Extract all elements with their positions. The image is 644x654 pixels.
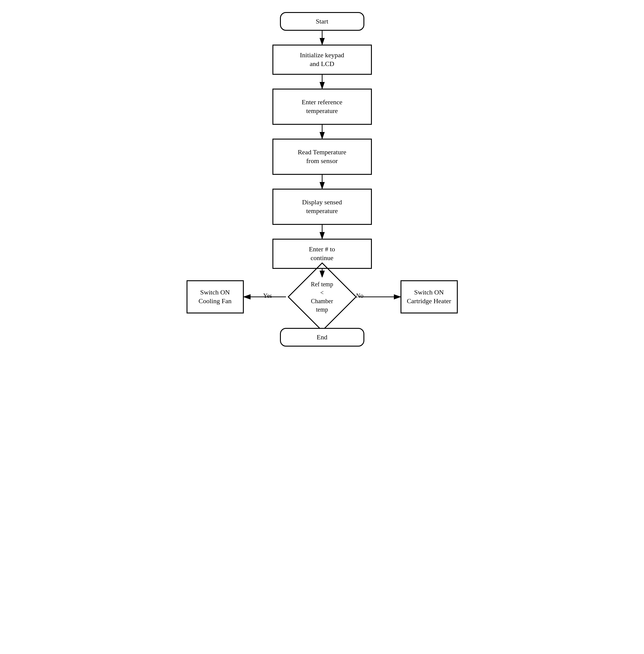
display-temp-box: Display sensedtemperature (272, 189, 372, 225)
enter-hash-label: Enter # tocontinue (309, 245, 335, 262)
cooling-label: Switch ONCooling Fan (199, 288, 231, 305)
heater-box: Switch ONCartridge Heater (400, 280, 458, 313)
init-box: Initialize keypadand LCD (272, 45, 372, 75)
flowchart: Start Initialize keypadand LCD Enter ref… (187, 6, 458, 308)
init-label: Initialize keypadand LCD (300, 51, 344, 68)
enter-ref-label: Enter referencetemperature (302, 98, 342, 115)
decision-diamond: Ref temp<Chambertemp (286, 277, 358, 316)
display-temp-label: Display sensedtemperature (302, 198, 342, 215)
yes-label: Yes (263, 292, 272, 299)
end-label: End (317, 333, 327, 342)
start-label: Start (316, 17, 328, 26)
start-box: Start (280, 12, 364, 31)
read-temp-box: Read Temperaturefrom sensor (272, 139, 372, 175)
read-temp-label: Read Temperaturefrom sensor (298, 148, 346, 165)
enter-ref-box: Enter referencetemperature (272, 89, 372, 125)
no-label: No (356, 292, 364, 299)
cooling-box: Switch ONCooling Fan (187, 280, 244, 313)
decision-label: Ref temp<Chambertemp (311, 280, 333, 314)
end-box: End (280, 328, 364, 346)
heater-label: Switch ONCartridge Heater (407, 288, 451, 305)
